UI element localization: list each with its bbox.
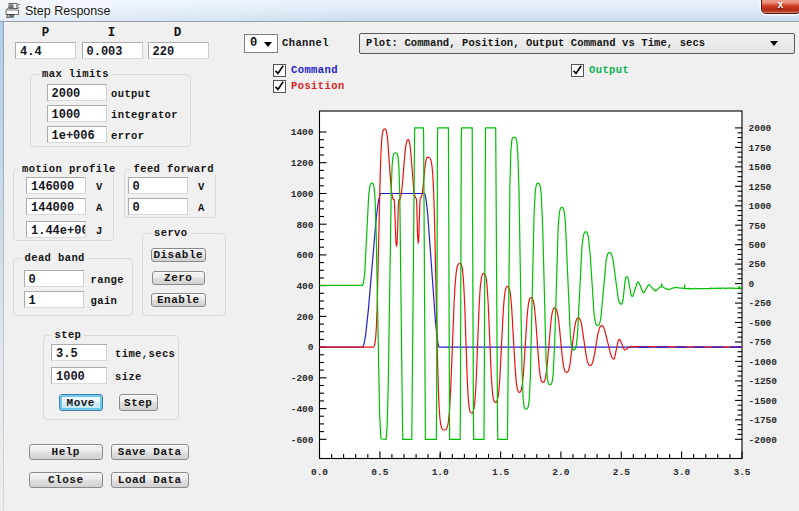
svg-text:-500: -500 <box>749 318 772 329</box>
svg-text:0: 0 <box>749 279 755 290</box>
svg-text:400: 400 <box>296 281 313 292</box>
svg-text:1500: 1500 <box>749 162 772 173</box>
svg-text:-250: -250 <box>749 298 772 309</box>
svg-text:-750: -750 <box>749 337 772 348</box>
svg-text:0: 0 <box>308 342 314 353</box>
svg-text:500: 500 <box>749 240 766 251</box>
svg-text:200: 200 <box>296 312 313 323</box>
svg-text:-1000: -1000 <box>749 357 778 368</box>
svg-text:1.5: 1.5 <box>492 467 509 478</box>
svg-text:1.0: 1.0 <box>432 467 449 478</box>
svg-text:2.0: 2.0 <box>552 467 569 478</box>
svg-text:250: 250 <box>749 259 766 270</box>
svg-text:750: 750 <box>749 221 766 232</box>
svg-text:600: 600 <box>296 250 313 261</box>
svg-text:1400: 1400 <box>291 127 314 138</box>
svg-text:1000: 1000 <box>291 189 314 200</box>
svg-text:1750: 1750 <box>749 143 772 154</box>
svg-text:800: 800 <box>296 220 313 231</box>
svg-text:1250: 1250 <box>749 182 772 193</box>
svg-text:DM: DM <box>6 13 15 19</box>
svg-text:1200: 1200 <box>291 158 314 169</box>
svg-text:-200: -200 <box>291 373 314 384</box>
svg-text:0.0: 0.0 <box>311 467 328 478</box>
svg-text:-2000: -2000 <box>749 435 778 446</box>
svg-text:3.0: 3.0 <box>673 467 690 478</box>
svg-text:-400: -400 <box>291 404 314 415</box>
svg-text:1000: 1000 <box>749 201 772 212</box>
svg-text:2.5: 2.5 <box>613 467 630 478</box>
svg-text:3.5: 3.5 <box>733 467 750 478</box>
svg-text:2000: 2000 <box>749 123 772 134</box>
svg-text:0.5: 0.5 <box>371 467 388 478</box>
svg-text:-1500: -1500 <box>749 396 778 407</box>
svg-text:-1750: -1750 <box>749 415 778 426</box>
svg-text:-600: -600 <box>291 435 314 446</box>
svg-text:-1250: -1250 <box>749 376 778 387</box>
